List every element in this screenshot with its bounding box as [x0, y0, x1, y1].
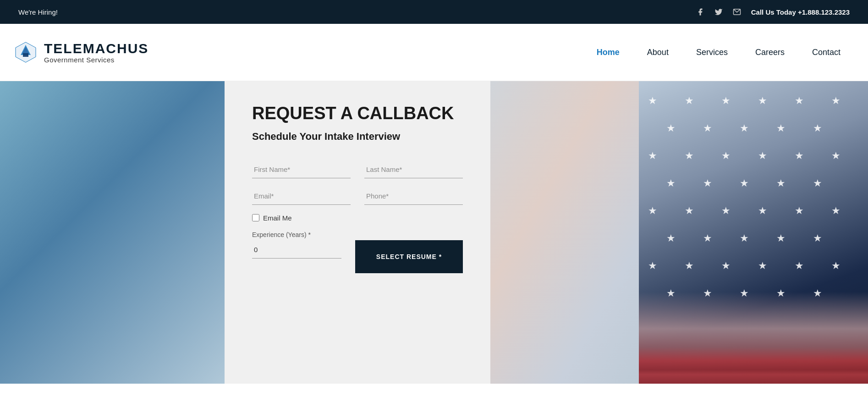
- select-resume-button[interactable]: SELECT RESUME *: [355, 240, 463, 273]
- last-name-field: [364, 161, 463, 178]
- header: TELEMACHUS Government Services Home Abou…: [0, 24, 868, 81]
- flag-star: ★: [813, 232, 822, 244]
- nav-about[interactable]: About: [647, 48, 669, 57]
- flag-star: ★: [648, 205, 657, 217]
- logo-icon: [14, 40, 38, 64]
- flag-star: ★: [813, 122, 822, 134]
- experience-field: Experience (Years) *: [252, 231, 341, 259]
- experience-input[interactable]: [252, 241, 341, 259]
- flag-star: ★: [776, 177, 786, 189]
- flag-star: ★: [666, 232, 676, 244]
- nav-contact[interactable]: Contact: [812, 48, 841, 57]
- flag-star: ★: [776, 232, 786, 244]
- flag-star: ★: [740, 232, 749, 244]
- flag-star: ★: [685, 95, 694, 107]
- flag-star: ★: [685, 150, 694, 162]
- nav-services[interactable]: Services: [696, 48, 728, 57]
- form-subtitle: Schedule Your Intake Interview: [252, 131, 463, 143]
- email-me-row: Email Me: [252, 214, 463, 222]
- nav-home[interactable]: Home: [597, 48, 620, 57]
- hiring-text: We're Hiring!: [18, 8, 58, 16]
- contact-row: [252, 187, 463, 205]
- first-name-input[interactable]: [252, 161, 351, 178]
- logo-area: TELEMACHUS Government Services: [14, 40, 148, 64]
- flag-star: ★: [703, 122, 712, 134]
- flag-star: ★: [831, 260, 841, 272]
- top-bar-right: Call Us Today +1.888.123.2323: [695, 7, 850, 17]
- flag-star: ★: [721, 95, 731, 107]
- email-me-label: Email Me: [263, 214, 292, 222]
- phone-input[interactable]: [364, 187, 463, 205]
- first-name-field: [252, 161, 351, 178]
- flag-star: ★: [740, 177, 749, 189]
- name-row: [252, 161, 463, 178]
- phone-info: Call Us Today +1.888.123.2323: [751, 8, 850, 16]
- flag-star: ★: [648, 260, 657, 272]
- flag-star: ★: [795, 205, 804, 217]
- flag-star: ★: [648, 95, 657, 107]
- flag-star: ★: [685, 205, 694, 217]
- flag-star: ★: [795, 95, 804, 107]
- flag-star: ★: [758, 95, 767, 107]
- phone-field: [364, 187, 463, 205]
- flag-star: ★: [795, 260, 804, 272]
- twitter-icon[interactable]: [714, 7, 724, 17]
- experience-label: Experience (Years) *: [252, 231, 341, 238]
- flag-star: ★: [721, 205, 731, 217]
- svg-rect-4: [23, 53, 28, 57]
- logo-name: TELEMACHUS: [44, 41, 148, 56]
- logo-text: TELEMACHUS Government Services: [44, 41, 148, 64]
- flag-star: ★: [795, 150, 804, 162]
- flag-star: ★: [831, 95, 841, 107]
- flag-star: ★: [831, 205, 841, 217]
- flag-star: ★: [721, 150, 731, 162]
- form-title: REQUEST A CALLBACK: [252, 104, 463, 123]
- hero-section: ★★★★★★★★★★★★★★★★★★★★★★★★★★★★★★★★★★★★★★★★…: [0, 81, 868, 384]
- flag-star: ★: [703, 177, 712, 189]
- flag-stripes: [639, 292, 868, 384]
- email-me-checkbox[interactable]: [252, 214, 259, 221]
- main-nav: Home About Services Careers Contact: [597, 48, 841, 57]
- flag-star: ★: [703, 232, 712, 244]
- facebook-icon[interactable]: [695, 7, 705, 17]
- email-input[interactable]: [252, 187, 351, 205]
- nav-careers[interactable]: Careers: [755, 48, 785, 57]
- bottom-row: Experience (Years) * SELECT RESUME *: [252, 231, 463, 273]
- flag-star: ★: [740, 122, 749, 134]
- social-icons: [695, 7, 742, 17]
- flag-star: ★: [721, 260, 731, 272]
- flag-star: ★: [813, 177, 822, 189]
- logo-subtitle: Government Services: [44, 56, 148, 64]
- flag-star: ★: [685, 260, 694, 272]
- flag-star: ★: [758, 205, 767, 217]
- flag-star: ★: [666, 122, 676, 134]
- email-field: [252, 187, 351, 205]
- flag-star: ★: [666, 177, 676, 189]
- flag-star: ★: [648, 150, 657, 162]
- last-name-input[interactable]: [364, 161, 463, 178]
- flag-star: ★: [758, 150, 767, 162]
- flag-star: ★: [831, 150, 841, 162]
- hero-left-bg: [0, 81, 225, 384]
- flag-star: ★: [758, 260, 767, 272]
- flag-star: ★: [776, 122, 786, 134]
- email-icon[interactable]: [732, 7, 742, 17]
- top-bar: We're Hiring! C: [0, 0, 868, 24]
- form-panel: REQUEST A CALLBACK Schedule Your Intake …: [225, 81, 490, 384]
